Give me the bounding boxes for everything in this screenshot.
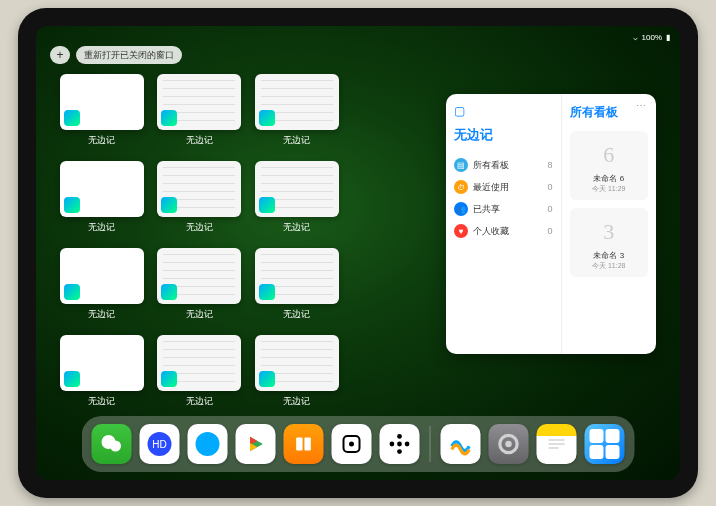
status-right: ⌵ 100% ▮ [633, 30, 670, 44]
freeform-app-icon [64, 110, 80, 126]
svg-point-15 [505, 441, 512, 448]
category-item[interactable]: ⏱最近使用0 [454, 176, 553, 198]
board-meta: 今天 11:29 [592, 184, 625, 194]
window-thumb[interactable]: 无边记 [156, 248, 244, 321]
thumb-label: 无边记 [186, 308, 213, 321]
category-count: 0 [547, 204, 552, 214]
category-item[interactable]: ▤所有看板8 [454, 154, 553, 176]
thumb-card [157, 74, 241, 130]
category-count: 8 [547, 160, 552, 170]
window-thumb[interactable]: 无边记 [156, 74, 244, 147]
category-icon: ⏱ [454, 180, 468, 194]
window-thumb[interactable]: 无边记 [253, 161, 341, 234]
svg-point-9 [397, 434, 402, 439]
dock-app-dice[interactable] [332, 424, 372, 464]
freeform-icon [448, 431, 474, 457]
thumb-card [157, 248, 241, 304]
freeform-app-icon [64, 371, 80, 387]
thumb-card [60, 74, 144, 130]
freeform-app-icon [161, 197, 177, 213]
books-icon [293, 433, 315, 455]
new-window-button[interactable]: + [50, 46, 70, 64]
dock-app-notes[interactable] [537, 424, 577, 464]
side-panel: ⋯ ▢ 无边记 ▤所有看板8⏱最近使用0👥已共享0♥个人收藏0 所有看板 6未命… [446, 94, 656, 354]
panel-left: ▢ 无边记 ▤所有看板8⏱最近使用0👥已共享0♥个人收藏0 [446, 94, 562, 354]
reopen-closed-window-button[interactable]: 重新打开已关闭的窗口 [76, 46, 182, 64]
top-controls: + 重新打开已关闭的窗口 [50, 46, 182, 64]
category-item[interactable]: ♥个人收藏0 [454, 220, 553, 242]
thumb-card [60, 335, 144, 391]
svg-point-1 [110, 441, 121, 452]
board-name: 未命名 3 [593, 250, 624, 261]
wechat-icon [100, 432, 124, 456]
thumb-card [255, 74, 339, 130]
freeform-app-icon [161, 371, 177, 387]
thumb-card [60, 248, 144, 304]
thumb-label: 无边记 [88, 395, 115, 408]
dock-app-wechat[interactable] [92, 424, 132, 464]
notes-icon [547, 437, 567, 451]
category-icon: 👥 [454, 202, 468, 216]
thumb-card [157, 335, 241, 391]
category-label: 最近使用 [473, 181, 509, 194]
thumb-card [157, 161, 241, 217]
thumb-label: 无边记 [88, 134, 115, 147]
board-sketch: 6 [589, 137, 629, 173]
board-sketch: 3 [589, 214, 629, 250]
dock-app-books[interactable] [284, 424, 324, 464]
panel-right: 所有看板 6未命名 6今天 11:293未命名 3今天 11:28 [562, 94, 657, 354]
dock-app-browser2[interactable] [188, 424, 228, 464]
dock-app-settings[interactable] [489, 424, 529, 464]
thumb-label: 无边记 [186, 221, 213, 234]
svg-rect-5 [296, 438, 302, 451]
thumb-label: 无边记 [186, 395, 213, 408]
window-thumb[interactable]: 无边记 [58, 74, 146, 147]
freeform-app-icon [64, 284, 80, 300]
freeform-app-icon [259, 284, 275, 300]
dice-icon [340, 432, 364, 456]
freeform-app-icon [259, 197, 275, 213]
dock-app-browser1[interactable]: HD [140, 424, 180, 464]
dock-app-hex[interactable] [380, 424, 420, 464]
category-item[interactable]: 👥已共享0 [454, 198, 553, 220]
window-thumb[interactable]: 无边记 [58, 248, 146, 321]
category-label: 个人收藏 [473, 225, 509, 238]
status-bar: ⌵ 100% ▮ [36, 30, 680, 44]
dock-app-play[interactable] [236, 424, 276, 464]
thumb-card [60, 161, 144, 217]
ipad-frame: ⌵ 100% ▮ + 重新打开已关闭的窗口 无边记无边记无边记无边记无边记无边记… [18, 8, 698, 498]
folder-grid-icon [590, 429, 620, 459]
dock-app-folder[interactable] [585, 424, 625, 464]
panel-menu-icon[interactable]: ⋯ [636, 100, 646, 111]
board-meta: 今天 11:28 [592, 261, 625, 271]
window-thumb[interactable]: 无边记 [58, 161, 146, 234]
board-name: 未命名 6 [593, 173, 624, 184]
freeform-app-icon [161, 110, 177, 126]
dock-app-freeform[interactable] [441, 424, 481, 464]
window-thumb[interactable]: 无边记 [156, 335, 244, 408]
svg-rect-6 [304, 438, 310, 451]
window-thumb[interactable]: 无边记 [156, 161, 244, 234]
freeform-app-icon [64, 197, 80, 213]
thumb-card [255, 248, 339, 304]
thumb-label: 无边记 [283, 308, 310, 321]
category-list: ▤所有看板8⏱最近使用0👥已共享0♥个人收藏0 [454, 154, 553, 242]
battery-icon: ▮ [666, 33, 670, 42]
window-thumb[interactable]: 无边记 [253, 248, 341, 321]
thumb-label: 无边记 [88, 308, 115, 321]
svg-point-11 [405, 442, 410, 447]
board-card[interactable]: 6未命名 6今天 11:29 [570, 131, 649, 200]
window-grid: 无边记无边记无边记无边记无边记无边记无边记无边记无边记无边记无边记无边记 [58, 74, 438, 408]
board-card[interactable]: 3未命名 3今天 11:28 [570, 208, 649, 277]
gear-icon [496, 431, 522, 457]
thumb-label: 无边记 [88, 221, 115, 234]
thumb-label: 无边记 [186, 134, 213, 147]
window-thumb[interactable]: 无边记 [58, 335, 146, 408]
category-count: 0 [547, 226, 552, 236]
window-thumb[interactable]: 无边记 [253, 335, 341, 408]
window-thumb[interactable]: 无边记 [253, 74, 341, 147]
category-label: 已共享 [473, 203, 500, 216]
panel-left-title: 无边记 [454, 126, 553, 144]
freeform-app-icon [259, 371, 275, 387]
play-icon [245, 433, 267, 455]
